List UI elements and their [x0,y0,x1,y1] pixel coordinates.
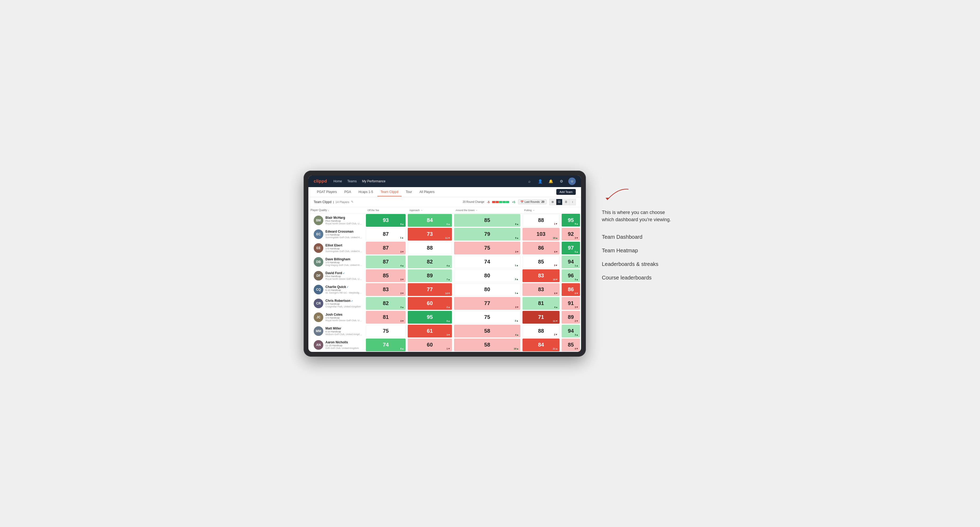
metric-box: 93 9▲ [366,214,406,227]
player-handicap: 11-15 Handicap [325,344,363,347]
metric-change: 1▲ [400,237,404,239]
table-row[interactable]: DB Dave Billingham 1-5 Handicap Gog Mago… [309,255,581,269]
settings-icon[interactable]: ⚙ [558,178,565,185]
player-handicap: 1-5 Handicap [325,303,363,305]
view-grid3-button[interactable]: ⮽ [556,199,562,205]
tab-all-players[interactable]: All Players [416,188,438,197]
metric-box: 88 1▼ [522,214,560,227]
metric-box: 95 8▲ [408,311,452,324]
metric-change: 1▲ [575,264,578,267]
verified-badge: ✓ [347,286,348,289]
table-row[interactable]: MM Matt Miller 6-10 Handicap Woburn Golf… [309,324,581,338]
metric-change: 21▲ [553,347,558,350]
col-header-approach[interactable]: Approach → [407,207,453,213]
tab-tour[interactable]: Tour [402,188,415,197]
metric-cell-player_quality: 86 8▼ [561,283,581,297]
last-rounds-selector[interactable]: 📅 Last Rounds: 20 [518,199,547,205]
metric-value: 60 [427,342,433,348]
last-rounds-value: 20 [541,200,544,203]
table-row[interactable]: EE Elliot Ebert 1-5 Handicap Sunningdale… [309,241,581,255]
edit-team-icon[interactable]: ✎ [351,200,353,204]
metric-cell-putting: 88 1▼ [522,213,561,227]
col-header-around-green[interactable]: Around the Green → [453,207,522,213]
metric-change: 3▼ [515,306,519,308]
metric-value: 77 [484,300,490,306]
table-row[interactable]: AN Aaron Nicholls 11-15 Handicap Drift G… [309,338,581,352]
heatmap-table: Player Quality ↓ Off the Tee Approach → … [309,207,581,352]
search-icon[interactable]: ⌕ [526,178,533,185]
tab-pgat-players[interactable]: PGAT Players [314,188,340,197]
metric-change: 9▲ [575,222,578,225]
metric-box: 75 3▼ [454,242,520,254]
table-row[interactable]: CR Chris Robertson✓ 1-5 Handicap Craigmi… [309,297,581,310]
add-team-button[interactable]: Add Team [556,189,576,195]
tab-pga[interactable]: PGA [341,188,354,197]
metric-box: 92 3▼ [562,228,580,241]
player-handicap: 6-10 Handicap [325,330,363,333]
metric-value: 81 [383,314,389,320]
app-logo: clippd [314,179,327,184]
metric-change: 3▲ [400,306,404,308]
metric-value: 94 [568,259,574,265]
metric-box: 75 2▲ [454,311,520,324]
table-row[interactable]: DF David Ford✓ Plus Handicap Royal North… [309,269,581,283]
player-handicap: 6-10 Handicap [325,289,363,291]
table-row[interactable]: EC Edward Crossman 1-5 Handicap Sunningd… [309,227,581,241]
metric-value: 85 [484,217,490,223]
metric-box: 97 5▲ [562,242,580,254]
table-row[interactable]: JC Josh Coles 1-5 Handicap Royal North D… [309,310,581,324]
player-club: Royal North Devon Golf Club, United King… [325,319,363,322]
change-bar [492,201,509,203]
metric-cell-approach: 73 11▼ [407,227,453,241]
player-info: Blair McHarg Plus Handicap Royal North D… [325,216,363,225]
metric-box: 94 1▲ [562,256,580,268]
view-grid2-button[interactable]: ⊞ [549,199,556,205]
view-expand-button[interactable]: ↕ [570,199,576,205]
tablet-screen: clippd Home Teams My Performance ⌕ 👤 🔔 ⚙… [309,175,581,352]
tab-hcaps[interactable]: Hcaps 1-5 [355,188,376,197]
metric-box: 80 3▲ [454,269,520,282]
metric-value: 95 [568,217,574,223]
metric-value: 86 [538,245,544,251]
player-avatar: EC [314,229,323,239]
metric-change: 3▼ [400,251,404,253]
metric-value: 60 [427,300,433,306]
nav-teams[interactable]: Teams [347,178,356,184]
svg-marker-0 [606,198,609,200]
player-handicap: Plus Handicap [325,220,363,222]
player-club: Royal North Devon Golf Club, United King… [325,222,363,225]
player-cell: EE Elliot Ebert 1-5 Handicap Sunningdale… [309,242,365,254]
metric-box: 71 11▼ [522,311,560,324]
metric-value: 91 [568,300,574,306]
player-info: Elliot Ebert 1-5 Handicap Sunningdale Go… [325,243,363,252]
table-row[interactable]: CQ Charlie Quick✓ 6-10 Handicap St. Geor… [309,283,581,297]
player-cell: DF David Ford✓ Plus Handicap Royal North… [309,270,365,282]
metric-change: 11▼ [445,237,450,239]
nav-icons: ⌕ 👤 🔔 ⚙ U [526,178,576,185]
person-icon[interactable]: 👤 [536,178,544,185]
col-header-player[interactable]: Player Quality ↓ [309,207,365,213]
metric-value: 85 [538,259,544,265]
player-handicap: 1-5 Handicap [325,233,363,236]
metric-box: 94 3▲ [562,325,580,338]
tab-team-clippd[interactable]: Team Clippd [377,188,402,197]
metric-box: 95 9▲ [562,214,580,227]
col-header-putting[interactable]: Putting → [522,207,561,213]
metric-box: 103 15▲ [522,228,560,241]
view-list-button[interactable]: ☰ [563,199,569,205]
metric-change: 11▼ [553,320,558,322]
metric-change: 15▲ [553,237,558,239]
metric-box: 96 3▲ [562,269,580,282]
metric-value: 79 [484,231,490,237]
col-header-off-tee[interactable]: Off the Tee [365,207,407,213]
nav-my-performance[interactable]: My Performance [362,178,385,184]
metric-value: 75 [484,314,490,320]
metric-value: 89 [427,273,433,279]
metric-value: 84 [427,217,433,223]
avatar[interactable]: U [568,178,576,185]
metric-box: 79 9▲ [454,228,520,241]
table-row[interactable]: BM Blair McHarg Plus Handicap Royal Nort… [309,213,581,227]
metric-box: 77 14▼ [408,283,452,296]
nav-home[interactable]: Home [333,178,342,184]
bell-icon[interactable]: 🔔 [547,178,554,185]
